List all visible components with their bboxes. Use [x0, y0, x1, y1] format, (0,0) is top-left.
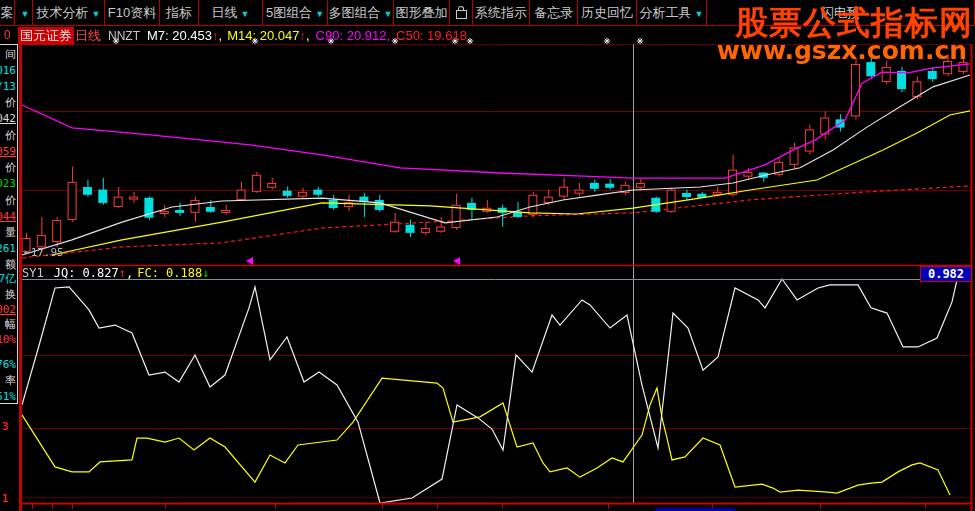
menu-item-history-recall[interactable]: 历史回忆 [578, 0, 637, 25]
period-label[interactable]: 日线 [75, 27, 101, 45]
indicator-id[interactable]: SY1 [22, 266, 44, 280]
chart-canvas[interactable] [0, 0, 975, 511]
menu-item-graph-overlay-label: 图形叠加 [396, 5, 448, 20]
ma7-value: M7: 20.453 [147, 28, 212, 43]
dropdown-arrow-icon: ▼ [241, 9, 250, 19]
c50-value: C50: 19.618 [396, 28, 467, 43]
menu-item-multi-chart-combo-label: 多图组合 [329, 5, 381, 20]
dropdown-arrow-icon: ▼ [695, 9, 704, 19]
menu-item-memo-label: 备忘录 [534, 5, 573, 20]
symbol-name[interactable]: 国元证券 [18, 27, 74, 45]
quote-item: /13 [0, 81, 16, 93]
quote-item: 042 [0, 113, 16, 125]
menu-item-history-recall-label: 历史回忆 [581, 5, 633, 20]
watermark-site-url: www.gszx.com.cn [717, 36, 967, 65]
quote-item: 换 [5, 289, 16, 301]
latest-value-badge: 0.982 [920, 266, 972, 282]
quote-item: 023 [0, 178, 16, 190]
quote-item: 059 [0, 146, 16, 158]
separator: , [306, 28, 310, 43]
quote-item: 额 [5, 259, 16, 271]
menu-item-multi-chart-combo[interactable]: 多图组合▼ [328, 0, 394, 25]
quote-item: 044 [0, 211, 16, 223]
down-arrow-icon: ↓ [202, 266, 209, 280]
menu-item-5-chart-combo-label: 5图组合 [266, 5, 312, 20]
quote-item: 76% [0, 359, 16, 371]
quote-item: 间 [5, 49, 16, 61]
app-window: 案▼技术分析▼F10资料指标日线▼5图组合▼多图组合▼图形叠加系统指示备忘录历史… [0, 0, 975, 511]
low-price-marker: ←17.95 [24, 246, 64, 259]
quote-item: 价 [5, 130, 16, 142]
menu-dropdown-standalone[interactable]: ▼ [15, 0, 33, 25]
c90-value: C90: 20.912, [316, 28, 390, 43]
indicator-name: NNZT [108, 29, 140, 43]
menu-item-plan-partial-label: 案 [1, 5, 14, 20]
dropdown-arrow-icon: ▼ [92, 9, 101, 19]
menu-item-graph-overlay[interactable]: 图形叠加 [394, 0, 450, 25]
axis-label-fragment: 3 [2, 420, 9, 433]
menu-item-memo[interactable]: 备忘录 [530, 0, 578, 25]
quote-item: 价 [5, 195, 16, 207]
ma14-value: M14: 20.047 [227, 28, 299, 43]
menu-item-technical-analysis-label: 技术分析 [37, 5, 89, 20]
axis-label-fragment: 1 [2, 492, 9, 505]
quote-item: 7亿 [0, 273, 16, 285]
menu-item-daily-line-label: 日线 [212, 5, 238, 20]
chart-title-row: 国元证券 日线 NNZT M7: 20.453 ↑ , M14: 20.047 … [0, 27, 467, 44]
menu-item-f10-info-label: F10资料 [108, 5, 156, 20]
up-arrow-icon: ↑ [119, 266, 126, 280]
menu-item-analysis-tools-label: 分析工具 [640, 5, 692, 20]
quote-item: 002 [0, 304, 16, 316]
menu-item-daily-line[interactable]: 日线▼ [199, 0, 263, 25]
quote-item: 51% [0, 391, 16, 403]
quote-item: 价 [5, 97, 16, 109]
quote-item: 率 [5, 375, 16, 387]
quote-item: 量 [5, 227, 16, 239]
lock-icon [456, 10, 467, 19]
menu-item-f10-info[interactable]: F10资料 [105, 0, 160, 25]
separator: , [126, 266, 133, 280]
quote-item: 幅 [5, 319, 16, 331]
menu-item-indicator[interactable]: 指标 [160, 0, 199, 25]
dropdown-arrow-icon: ▼ [21, 9, 30, 19]
menu-item-plan-partial[interactable]: 案 [0, 0, 15, 25]
menu-item-system-signal-label: 系统指示 [475, 5, 527, 20]
menu-item-analysis-tools[interactable]: 分析工具▼ [637, 0, 707, 25]
quote-sidebar: 间016/13价042价059价023价044量261额7亿换002幅10%76… [0, 44, 18, 404]
low-price-value: 17.95 [31, 246, 64, 259]
fc-value: FC: 0.188 [137, 266, 202, 280]
menu-item-technical-analysis[interactable]: 技术分析▼ [33, 0, 105, 25]
quote-item: 261 [0, 243, 16, 255]
menu-item-lock[interactable] [450, 0, 473, 25]
left-arrow-icon: ← [24, 246, 31, 259]
quote-item: 价 [5, 162, 16, 174]
dropdown-arrow-icon: ▼ [315, 9, 324, 19]
separator: , [219, 28, 223, 43]
quote-item: 10% [0, 334, 16, 346]
indicator-header-row: SY1 JQ: 0.827 ↑ , FC: 0.188 ↓ [22, 266, 209, 280]
menu-item-5-chart-combo[interactable]: 5图组合▼ [263, 0, 328, 25]
quote-item: 016 [0, 65, 16, 77]
jq-value: JQ: 0.827 [54, 266, 119, 280]
menu-item-indicator-label: 指标 [166, 5, 192, 20]
menu-item-system-signal[interactable]: 系统指示 [473, 0, 530, 25]
dropdown-arrow-icon: ▼ [384, 9, 393, 19]
